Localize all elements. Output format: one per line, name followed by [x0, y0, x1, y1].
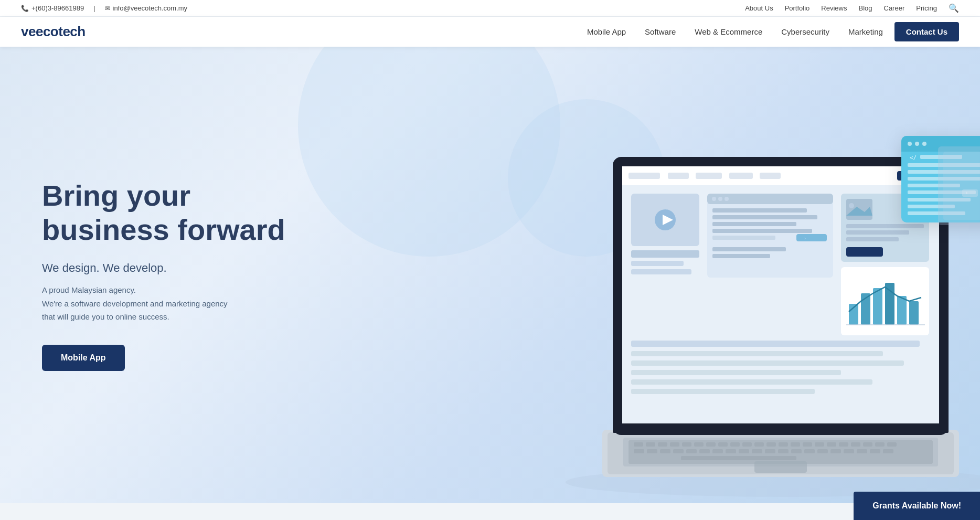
svg-rect-44: [857, 449, 867, 453]
svg-rect-24: [863, 442, 872, 447]
svg-rect-57: [760, 173, 781, 179]
top-nav-career[interactable]: Career: [884, 4, 905, 12]
svg-rect-58: [897, 171, 933, 181]
svg-rect-98: [631, 360, 904, 366]
svg-point-107: [922, 142, 926, 146]
svg-rect-28: [647, 449, 657, 453]
svg-rect-65: [631, 269, 691, 274]
svg-rect-11: [706, 442, 716, 447]
svg-rect-103: [901, 136, 980, 152]
svg-rect-109: [920, 155, 962, 159]
svg-rect-52: [622, 166, 939, 185]
svg-rect-50: [613, 427, 949, 433]
hero-title: Bring your business forward: [42, 179, 294, 247]
top-nav-blog[interactable]: Blog: [858, 4, 872, 12]
svg-rect-14: [742, 442, 752, 447]
svg-rect-97: [631, 351, 883, 356]
svg-rect-5: [634, 442, 643, 447]
svg-rect-101: [631, 389, 815, 394]
svg-rect-89: [849, 304, 858, 325]
svg-rect-39: [791, 449, 802, 453]
main-nav: veecotech Mobile App Software Web & Ecom…: [0, 17, 980, 47]
hero-cta-button[interactable]: Mobile App: [42, 345, 125, 371]
svg-rect-20: [815, 442, 824, 447]
svg-rect-90: [861, 293, 870, 325]
hero-section: Bring your business forward We design. W…: [0, 47, 980, 503]
svg-rect-84: [846, 224, 924, 228]
svg-rect-41: [817, 449, 828, 453]
svg-rect-118: [908, 205, 955, 208]
contact-us-button[interactable]: Contact Us: [894, 22, 959, 41]
svg-rect-9: [682, 442, 691, 447]
svg-rect-34: [726, 449, 736, 453]
svg-rect-37: [765, 449, 775, 453]
search-icon[interactable]: 🔍: [949, 3, 959, 13]
top-nav-pricing[interactable]: Pricing: [916, 4, 937, 12]
svg-rect-127: [943, 152, 980, 220]
svg-rect-33: [712, 449, 723, 453]
svg-rect-104: [901, 146, 980, 152]
svg-rect-36: [752, 449, 762, 453]
svg-rect-6: [646, 442, 655, 447]
top-nav-reviews[interactable]: Reviews: [821, 4, 847, 12]
top-bar: +(60)3-89661989 | info@veecotech.com.my …: [0, 0, 980, 17]
svg-rect-8: [670, 442, 679, 447]
svg-rect-110: [908, 163, 980, 167]
svg-rect-18: [791, 442, 800, 447]
nav-mobile-app[interactable]: Mobile App: [580, 24, 633, 39]
svg-rect-80: [841, 194, 929, 262]
svg-text:</: </: [910, 154, 917, 161]
svg-rect-100: [631, 379, 872, 385]
svg-rect-47: [681, 456, 796, 460]
svg-rect-81: [846, 199, 872, 220]
svg-rect-115: [962, 189, 978, 197]
svg-rect-51: [622, 166, 939, 423]
svg-rect-13: [730, 442, 740, 447]
svg-rect-75: [712, 236, 775, 240]
svg-point-70: [725, 197, 729, 201]
svg-rect-42: [830, 449, 841, 453]
svg-rect-117: [908, 198, 971, 201]
nav-software[interactable]: Software: [637, 24, 683, 39]
svg-rect-91: [873, 288, 882, 325]
top-nav-about[interactable]: About Us: [745, 4, 773, 12]
nav-marketing[interactable]: Marketing: [841, 24, 890, 39]
svg-rect-92: [885, 283, 894, 325]
svg-rect-31: [686, 449, 697, 453]
logo[interactable]: veecotech: [21, 24, 86, 40]
nav-cybersecurity[interactable]: Cybersecurity: [774, 24, 837, 39]
svg-rect-54: [668, 173, 689, 179]
svg-rect-102: [901, 136, 980, 222]
svg-rect-86: [846, 237, 899, 241]
phone-number: +(60)3-89661989: [31, 4, 84, 12]
svg-rect-119: [908, 211, 965, 215]
svg-rect-93: [897, 296, 907, 325]
top-bar-contact: +(60)3-89661989 | info@veecotech.com.my: [21, 4, 187, 12]
svg-rect-16: [766, 442, 776, 447]
top-bar-nav: About Us Portfolio Reviews Blog Career P…: [745, 3, 959, 13]
svg-rect-26: [887, 442, 897, 447]
hero-subtitle: We design. We develop.: [42, 261, 294, 275]
grants-banner[interactable]: Grants Available Now!: [854, 492, 980, 503]
svg-rect-71: [712, 208, 807, 213]
svg-rect-74: [712, 229, 812, 233]
svg-rect-29: [660, 449, 670, 453]
svg-rect-99: [631, 370, 841, 375]
svg-rect-40: [804, 449, 815, 453]
svg-rect-126: [938, 146, 980, 225]
nav-web-ecommerce[interactable]: Web & Ecommerce: [687, 24, 770, 39]
svg-rect-19: [803, 442, 812, 447]
email-info: info@veecotech.com.my: [105, 4, 188, 12]
email-separator: |: [93, 4, 95, 12]
svg-point-68: [712, 197, 716, 201]
nav-links: Mobile App Software Web & Ecommerce Cybe…: [580, 22, 959, 41]
svg-rect-59: [622, 185, 939, 423]
svg-rect-49: [613, 157, 949, 435]
svg-rect-22: [839, 442, 848, 447]
hero-description: A proud Malaysian agency. We're a softwa…: [42, 283, 294, 324]
phone-icon: [21, 5, 29, 12]
svg-rect-64: [631, 261, 684, 266]
top-nav-portfolio[interactable]: Portfolio: [785, 4, 810, 12]
svg-rect-45: [870, 449, 880, 453]
svg-text:›: ›: [804, 236, 806, 241]
